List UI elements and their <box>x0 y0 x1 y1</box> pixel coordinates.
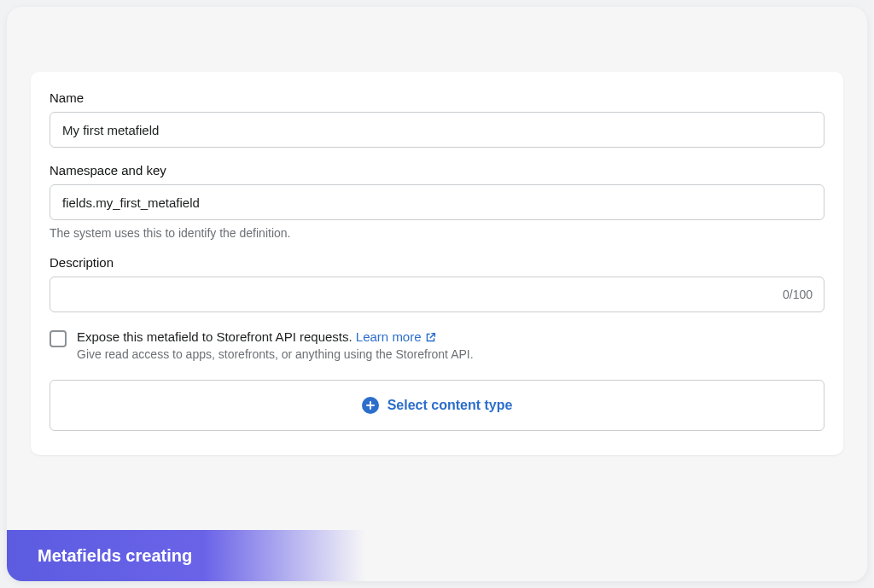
expose-sublabel: Give read access to apps, storefronts, o… <box>77 347 824 361</box>
namespace-field-group: Namespace and key The system uses this t… <box>50 163 824 240</box>
description-input[interactable] <box>50 277 824 312</box>
metafield-form-card: Name Namespace and key The system uses t… <box>31 72 843 455</box>
description-input-wrapper: 0/100 <box>50 277 824 312</box>
expose-label: Expose this metafield to Storefront API … <box>77 329 824 344</box>
namespace-label: Namespace and key <box>50 163 824 178</box>
namespace-helper-text: The system uses this to identify the def… <box>50 226 824 240</box>
page-container: Name Namespace and key The system uses t… <box>7 7 867 581</box>
expose-checkbox-row: Expose this metafield to Storefront API … <box>50 329 824 361</box>
select-content-type-button[interactable]: Select content type <box>50 380 824 431</box>
plus-circle-icon <box>362 397 379 414</box>
description-field-group: Description 0/100 <box>50 255 824 312</box>
name-field-group: Name <box>50 90 824 148</box>
caption-bar: Metafields creating <box>7 530 365 581</box>
name-label: Name <box>50 90 824 105</box>
namespace-input[interactable] <box>50 184 824 220</box>
caption-text: Metafields creating <box>38 546 192 566</box>
name-input[interactable] <box>50 112 824 148</box>
description-label: Description <box>50 255 824 270</box>
expose-text-block: Expose this metafield to Storefront API … <box>77 329 824 361</box>
learn-more-link[interactable]: Learn more <box>356 329 436 344</box>
external-link-icon <box>425 331 436 342</box>
learn-more-text: Learn more <box>356 329 422 344</box>
expose-checkbox[interactable] <box>50 330 67 347</box>
expose-label-text: Expose this metafield to Storefront API … <box>77 329 356 344</box>
select-content-type-label: Select content type <box>387 398 513 413</box>
